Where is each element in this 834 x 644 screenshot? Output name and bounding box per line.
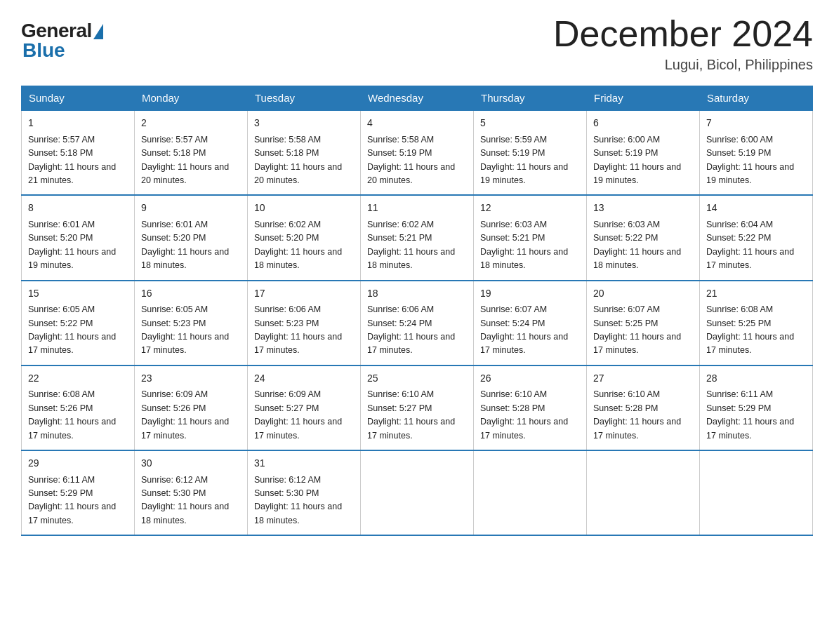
location-subtitle: Lugui, Bicol, Philippines [553, 57, 813, 73]
day-number: 16 [141, 286, 241, 302]
day-number: 23 [141, 371, 241, 387]
weekday-header-tuesday: Tuesday [248, 86, 361, 111]
day-info: Sunrise: 6:11 AMSunset: 5:29 PMDaylight:… [706, 388, 806, 443]
day-number: 11 [367, 201, 467, 216]
calendar-cell: 26Sunrise: 6:10 AMSunset: 5:28 PMDayligh… [474, 365, 587, 450]
calendar-cell: 11Sunrise: 6:02 AMSunset: 5:21 PMDayligh… [361, 195, 474, 280]
day-number: 8 [28, 201, 128, 216]
day-info: Sunrise: 6:11 AMSunset: 5:29 PMDaylight:… [28, 474, 128, 528]
day-number: 30 [141, 456, 241, 471]
calendar-cell: 31Sunrise: 6:12 AMSunset: 5:30 PMDayligh… [248, 450, 361, 535]
calendar-cell: 2Sunrise: 5:57 AMSunset: 5:18 PMDaylight… [135, 110, 248, 195]
day-info: Sunrise: 6:08 AMSunset: 5:26 PMDaylight:… [28, 388, 128, 443]
weekday-header-saturday: Saturday [700, 86, 813, 111]
day-info: Sunrise: 6:09 AMSunset: 5:27 PMDaylight:… [254, 388, 354, 443]
calendar-cell: 24Sunrise: 6:09 AMSunset: 5:27 PMDayligh… [248, 365, 361, 450]
day-number: 5 [480, 116, 580, 131]
calendar-cell: 9Sunrise: 6:01 AMSunset: 5:20 PMDaylight… [135, 195, 248, 280]
day-number: 18 [367, 286, 467, 302]
calendar-cell: 5Sunrise: 5:59 AMSunset: 5:19 PMDaylight… [474, 110, 587, 195]
day-number: 27 [593, 371, 693, 387]
day-number: 13 [593, 201, 693, 216]
calendar-cell [700, 450, 813, 535]
day-number: 7 [706, 116, 806, 131]
day-info: Sunrise: 6:12 AMSunset: 5:30 PMDaylight:… [141, 474, 241, 528]
calendar-cell: 6Sunrise: 6:00 AMSunset: 5:19 PMDaylight… [587, 110, 700, 195]
day-number: 31 [254, 456, 354, 471]
week-row-4: 22Sunrise: 6:08 AMSunset: 5:26 PMDayligh… [22, 365, 813, 450]
day-info: Sunrise: 6:08 AMSunset: 5:25 PMDaylight:… [706, 303, 806, 358]
day-number: 15 [28, 286, 128, 302]
day-info: Sunrise: 6:06 AMSunset: 5:24 PMDaylight:… [367, 303, 467, 358]
page-header: General Blue December 2024 Lugui, Bicol,… [21, 14, 813, 73]
day-number: 26 [480, 371, 580, 387]
calendar-cell: 12Sunrise: 6:03 AMSunset: 5:21 PMDayligh… [474, 195, 587, 280]
weekday-header-sunday: Sunday [22, 86, 135, 111]
day-info: Sunrise: 6:00 AMSunset: 5:19 PMDaylight:… [706, 133, 806, 188]
day-number: 9 [141, 201, 241, 216]
day-info: Sunrise: 6:04 AMSunset: 5:22 PMDaylight:… [706, 218, 806, 273]
day-info: Sunrise: 5:57 AMSunset: 5:18 PMDaylight:… [141, 133, 241, 188]
day-info: Sunrise: 6:03 AMSunset: 5:22 PMDaylight:… [593, 218, 693, 273]
calendar-cell: 8Sunrise: 6:01 AMSunset: 5:20 PMDaylight… [22, 195, 135, 280]
weekday-header-row: SundayMondayTuesdayWednesdayThursdayFrid… [22, 86, 813, 111]
weekday-header-wednesday: Wednesday [361, 86, 474, 111]
day-info: Sunrise: 6:05 AMSunset: 5:23 PMDaylight:… [141, 303, 241, 358]
day-number: 25 [367, 371, 467, 387]
logo-triangle-icon [93, 24, 103, 39]
calendar-cell: 15Sunrise: 6:05 AMSunset: 5:22 PMDayligh… [22, 281, 135, 365]
day-number: 20 [593, 286, 693, 302]
calendar-cell: 22Sunrise: 6:08 AMSunset: 5:26 PMDayligh… [22, 365, 135, 450]
week-row-2: 8Sunrise: 6:01 AMSunset: 5:20 PMDaylight… [22, 195, 813, 280]
logo: General Blue [21, 14, 103, 62]
day-number: 19 [480, 286, 580, 302]
weekday-header-friday: Friday [587, 86, 700, 111]
day-info: Sunrise: 5:58 AMSunset: 5:18 PMDaylight:… [254, 133, 354, 188]
day-info: Sunrise: 6:07 AMSunset: 5:24 PMDaylight:… [480, 303, 580, 358]
day-info: Sunrise: 6:07 AMSunset: 5:25 PMDaylight:… [593, 303, 693, 358]
calendar-cell: 3Sunrise: 5:58 AMSunset: 5:18 PMDaylight… [248, 110, 361, 195]
calendar-cell: 28Sunrise: 6:11 AMSunset: 5:29 PMDayligh… [700, 365, 813, 450]
calendar-cell: 16Sunrise: 6:05 AMSunset: 5:23 PMDayligh… [135, 281, 248, 365]
calendar-cell: 29Sunrise: 6:11 AMSunset: 5:29 PMDayligh… [22, 450, 135, 535]
calendar-cell: 17Sunrise: 6:06 AMSunset: 5:23 PMDayligh… [248, 281, 361, 365]
calendar-cell: 27Sunrise: 6:10 AMSunset: 5:28 PMDayligh… [587, 365, 700, 450]
day-info: Sunrise: 6:02 AMSunset: 5:20 PMDaylight:… [254, 218, 354, 273]
day-number: 24 [254, 371, 354, 387]
calendar-cell: 10Sunrise: 6:02 AMSunset: 5:20 PMDayligh… [248, 195, 361, 280]
calendar-cell: 25Sunrise: 6:10 AMSunset: 5:27 PMDayligh… [361, 365, 474, 450]
day-info: Sunrise: 5:59 AMSunset: 5:19 PMDaylight:… [480, 133, 580, 188]
calendar-cell: 20Sunrise: 6:07 AMSunset: 5:25 PMDayligh… [587, 281, 700, 365]
day-number: 29 [28, 456, 128, 471]
weekday-header-thursday: Thursday [474, 86, 587, 111]
day-info: Sunrise: 6:12 AMSunset: 5:30 PMDaylight:… [254, 474, 354, 528]
week-row-1: 1Sunrise: 5:57 AMSunset: 5:18 PMDaylight… [22, 110, 813, 195]
day-info: Sunrise: 6:03 AMSunset: 5:21 PMDaylight:… [480, 218, 580, 273]
calendar-table: SundayMondayTuesdayWednesdayThursdayFrid… [21, 86, 813, 536]
day-info: Sunrise: 6:01 AMSunset: 5:20 PMDaylight:… [141, 218, 241, 273]
day-number: 10 [254, 201, 354, 216]
calendar-cell: 13Sunrise: 6:03 AMSunset: 5:22 PMDayligh… [587, 195, 700, 280]
calendar-cell: 7Sunrise: 6:00 AMSunset: 5:19 PMDaylight… [700, 110, 813, 195]
day-number: 12 [480, 201, 580, 216]
day-number: 14 [706, 201, 806, 216]
day-number: 1 [28, 116, 128, 131]
week-row-5: 29Sunrise: 6:11 AMSunset: 5:29 PMDayligh… [22, 450, 813, 535]
day-number: 6 [593, 116, 693, 131]
calendar-cell: 21Sunrise: 6:08 AMSunset: 5:25 PMDayligh… [700, 281, 813, 365]
day-info: Sunrise: 6:06 AMSunset: 5:23 PMDaylight:… [254, 303, 354, 358]
calendar-cell: 1Sunrise: 5:57 AMSunset: 5:18 PMDaylight… [22, 110, 135, 195]
calendar-cell: 19Sunrise: 6:07 AMSunset: 5:24 PMDayligh… [474, 281, 587, 365]
day-number: 28 [706, 371, 806, 387]
weekday-header-monday: Monday [135, 86, 248, 111]
calendar-cell: 4Sunrise: 5:58 AMSunset: 5:19 PMDaylight… [361, 110, 474, 195]
title-block: December 2024 Lugui, Bicol, Philippines [553, 14, 813, 73]
day-info: Sunrise: 6:02 AMSunset: 5:21 PMDaylight:… [367, 218, 467, 273]
day-number: 22 [28, 371, 128, 387]
calendar-cell [474, 450, 587, 535]
day-info: Sunrise: 6:01 AMSunset: 5:20 PMDaylight:… [28, 218, 128, 273]
day-info: Sunrise: 6:10 AMSunset: 5:28 PMDaylight:… [593, 388, 693, 443]
calendar-cell: 23Sunrise: 6:09 AMSunset: 5:26 PMDayligh… [135, 365, 248, 450]
month-year-title: December 2024 [553, 14, 813, 54]
day-info: Sunrise: 6:05 AMSunset: 5:22 PMDaylight:… [28, 303, 128, 358]
